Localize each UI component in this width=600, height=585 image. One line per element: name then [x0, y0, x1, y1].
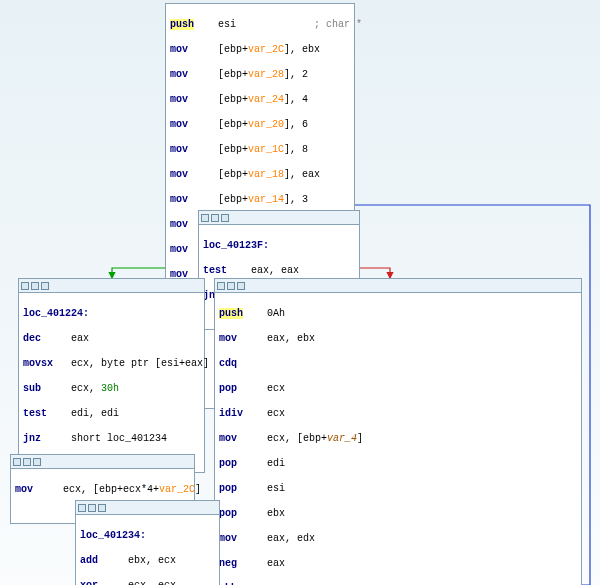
collapse-icon[interactable] — [78, 504, 86, 512]
more-icon[interactable] — [237, 282, 245, 290]
more-icon[interactable] — [33, 458, 41, 466]
more-icon[interactable] — [221, 214, 229, 222]
collapse-icon[interactable] — [217, 282, 225, 290]
collapse-icon[interactable] — [201, 214, 209, 222]
collapse-icon[interactable] — [21, 282, 29, 290]
pin-icon[interactable] — [23, 458, 31, 466]
more-icon[interactable] — [41, 282, 49, 290]
pin-icon[interactable] — [211, 214, 219, 222]
more-icon[interactable] — [98, 504, 106, 512]
pin-icon[interactable] — [88, 504, 96, 512]
block-401234[interactable]: loc_401234: add ebx, ecx xor ecx, ecx te… — [75, 500, 220, 585]
pin-icon[interactable] — [31, 282, 39, 290]
block-exit[interactable]: push 0Ah mov eax, ebx cdq pop ecx idiv e… — [214, 278, 582, 585]
block-401224[interactable]: loc_401224: dec eax movsx ecx, byte ptr … — [18, 278, 205, 473]
pin-icon[interactable] — [227, 282, 235, 290]
collapse-icon[interactable] — [13, 458, 21, 466]
